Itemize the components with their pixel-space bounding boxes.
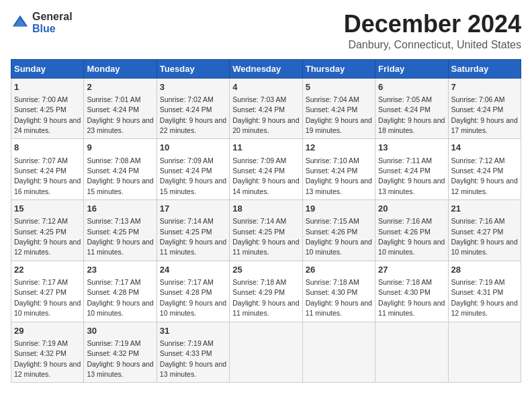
day-info: Sunrise: 7:01 AMSunset: 4:24 PMDaylight:… — [87, 95, 153, 134]
day-info: Sunrise: 7:15 AMSunset: 4:26 PMDaylight:… — [306, 217, 372, 256]
day-number: 21 — [451, 203, 518, 215]
day-info: Sunrise: 7:07 AMSunset: 4:24 PMDaylight:… — [14, 156, 81, 195]
calendar-day-27: 27Sunrise: 7:18 AMSunset: 4:30 PMDayligh… — [375, 261, 448, 322]
day-info: Sunrise: 7:02 AMSunset: 4:24 PMDaylight:… — [160, 95, 226, 134]
day-info: Sunrise: 7:18 AMSunset: 4:30 PMDaylight:… — [378, 278, 445, 317]
day-info: Sunrise: 7:04 AMSunset: 4:24 PMDaylight:… — [306, 95, 372, 134]
day-number: 28 — [451, 264, 518, 276]
empty-cell — [375, 322, 448, 383]
subtitle: Danbury, Connecticut, United States — [344, 39, 521, 51]
calendar-day-15: 15Sunrise: 7:12 AMSunset: 4:25 PMDayligh… — [11, 200, 84, 261]
day-info: Sunrise: 7:11 AMSunset: 4:24 PMDaylight:… — [378, 156, 445, 195]
calendar-day-19: 19Sunrise: 7:15 AMSunset: 4:26 PMDayligh… — [302, 200, 375, 261]
day-number: 2 — [87, 81, 153, 93]
header-tuesday: Tuesday — [157, 59, 229, 78]
empty-cell — [230, 322, 302, 383]
day-number: 5 — [306, 81, 372, 93]
calendar-week-3: 15Sunrise: 7:12 AMSunset: 4:25 PMDayligh… — [11, 200, 521, 261]
header-friday: Friday — [375, 59, 448, 78]
day-info: Sunrise: 7:10 AMSunset: 4:24 PMDaylight:… — [306, 156, 372, 195]
day-info: Sunrise: 7:12 AMSunset: 4:25 PMDaylight:… — [14, 217, 81, 256]
day-number: 8 — [14, 142, 81, 154]
day-number: 17 — [160, 203, 226, 215]
calendar-day-14: 14Sunrise: 7:12 AMSunset: 4:24 PMDayligh… — [448, 139, 521, 200]
day-number: 9 — [87, 142, 153, 154]
calendar-week-4: 22Sunrise: 7:17 AMSunset: 4:27 PMDayligh… — [11, 261, 521, 322]
day-number: 11 — [232, 142, 299, 154]
calendar-day-2: 2Sunrise: 7:01 AMSunset: 4:24 PMDaylight… — [84, 78, 157, 139]
day-info: Sunrise: 7:16 AMSunset: 4:27 PMDaylight:… — [451, 217, 518, 256]
calendar-day-18: 18Sunrise: 7:14 AMSunset: 4:25 PMDayligh… — [230, 200, 302, 261]
calendar-week-5: 29Sunrise: 7:19 AMSunset: 4:32 PMDayligh… — [11, 322, 521, 383]
calendar-day-22: 22Sunrise: 7:17 AMSunset: 4:27 PMDayligh… — [11, 261, 84, 322]
day-info: Sunrise: 7:19 AMSunset: 4:33 PMDaylight:… — [160, 339, 226, 378]
calendar-day-26: 26Sunrise: 7:18 AMSunset: 4:30 PMDayligh… — [302, 261, 375, 322]
calendar-day-31: 31Sunrise: 7:19 AMSunset: 4:33 PMDayligh… — [157, 322, 229, 383]
calendar-day-12: 12Sunrise: 7:10 AMSunset: 4:24 PMDayligh… — [302, 139, 375, 200]
calendar-day-5: 5Sunrise: 7:04 AMSunset: 4:24 PMDaylight… — [302, 78, 375, 139]
calendar-day-25: 25Sunrise: 7:18 AMSunset: 4:29 PMDayligh… — [230, 261, 302, 322]
day-number: 15 — [14, 203, 81, 215]
calendar-day-20: 20Sunrise: 7:16 AMSunset: 4:26 PMDayligh… — [375, 200, 448, 261]
day-info: Sunrise: 7:03 AMSunset: 4:24 PMDaylight:… — [232, 95, 299, 134]
empty-cell — [448, 322, 521, 383]
day-number: 30 — [87, 325, 153, 337]
day-info: Sunrise: 7:18 AMSunset: 4:30 PMDaylight:… — [306, 278, 372, 317]
day-info: Sunrise: 7:14 AMSunset: 4:25 PMDaylight:… — [232, 217, 299, 256]
calendar-day-4: 4Sunrise: 7:03 AMSunset: 4:24 PMDaylight… — [230, 78, 302, 139]
logo-general: General — [32, 11, 73, 23]
calendar-week-1: 1Sunrise: 7:00 AMSunset: 4:25 PMDaylight… — [11, 78, 521, 139]
calendar-day-11: 11Sunrise: 7:09 AMSunset: 4:24 PMDayligh… — [230, 139, 302, 200]
day-info: Sunrise: 7:19 AMSunset: 4:31 PMDaylight:… — [451, 278, 518, 317]
day-number: 19 — [306, 203, 372, 215]
day-number: 4 — [232, 81, 299, 93]
day-info: Sunrise: 7:05 AMSunset: 4:24 PMDaylight:… — [378, 95, 445, 134]
day-number: 3 — [160, 81, 226, 93]
header-monday: Monday — [84, 59, 157, 78]
day-info: Sunrise: 7:18 AMSunset: 4:29 PMDaylight:… — [232, 278, 299, 317]
calendar-day-13: 13Sunrise: 7:11 AMSunset: 4:24 PMDayligh… — [375, 139, 448, 200]
day-number: 20 — [378, 203, 445, 215]
day-info: Sunrise: 7:13 AMSunset: 4:25 PMDaylight:… — [87, 217, 153, 256]
logo-icon — [11, 13, 30, 32]
day-number: 31 — [160, 325, 226, 337]
main-title: December 2024 — [344, 11, 521, 38]
day-info: Sunrise: 7:09 AMSunset: 4:24 PMDaylight:… — [160, 156, 226, 195]
logo-blue: Blue — [32, 23, 73, 35]
header-saturday: Saturday — [448, 59, 521, 78]
page-header: General Blue December 2024 Danbury, Conn… — [11, 11, 521, 51]
day-number: 25 — [232, 264, 299, 276]
calendar-day-8: 8Sunrise: 7:07 AMSunset: 4:24 PMDaylight… — [11, 139, 84, 200]
day-number: 1 — [14, 81, 81, 93]
day-number: 22 — [14, 264, 81, 276]
day-number: 6 — [378, 81, 445, 93]
header-sunday: Sunday — [11, 59, 84, 78]
day-number: 18 — [232, 203, 299, 215]
calendar-day-29: 29Sunrise: 7:19 AMSunset: 4:32 PMDayligh… — [11, 322, 84, 383]
day-number: 29 — [14, 325, 81, 337]
calendar-day-9: 9Sunrise: 7:08 AMSunset: 4:24 PMDaylight… — [84, 139, 157, 200]
day-number: 13 — [378, 142, 445, 154]
title-block: December 2024 Danbury, Connecticut, Unit… — [344, 11, 521, 51]
calendar-day-10: 10Sunrise: 7:09 AMSunset: 4:24 PMDayligh… — [157, 139, 229, 200]
day-number: 27 — [378, 264, 445, 276]
calendar-table: SundayMondayTuesdayWednesdayThursdayFrid… — [11, 59, 521, 383]
day-info: Sunrise: 7:17 AMSunset: 4:28 PMDaylight:… — [87, 278, 153, 317]
day-info: Sunrise: 7:19 AMSunset: 4:32 PMDaylight:… — [14, 339, 81, 378]
header-wednesday: Wednesday — [230, 59, 302, 78]
day-info: Sunrise: 7:19 AMSunset: 4:32 PMDaylight:… — [87, 339, 153, 378]
logo-text: General Blue — [32, 11, 73, 34]
calendar-day-6: 6Sunrise: 7:05 AMSunset: 4:24 PMDaylight… — [375, 78, 448, 139]
day-number: 12 — [306, 142, 372, 154]
calendar-week-2: 8Sunrise: 7:07 AMSunset: 4:24 PMDaylight… — [11, 139, 521, 200]
logo: General Blue — [11, 11, 73, 34]
day-info: Sunrise: 7:12 AMSunset: 4:24 PMDaylight:… — [451, 156, 518, 195]
day-info: Sunrise: 7:17 AMSunset: 4:28 PMDaylight:… — [160, 278, 226, 317]
day-info: Sunrise: 7:16 AMSunset: 4:26 PMDaylight:… — [378, 217, 445, 256]
day-number: 10 — [160, 142, 226, 154]
calendar-day-23: 23Sunrise: 7:17 AMSunset: 4:28 PMDayligh… — [84, 261, 157, 322]
day-info: Sunrise: 7:14 AMSunset: 4:25 PMDaylight:… — [160, 217, 226, 256]
day-number: 16 — [87, 203, 153, 215]
day-number: 7 — [451, 81, 518, 93]
calendar-day-1: 1Sunrise: 7:00 AMSunset: 4:25 PMDaylight… — [11, 78, 84, 139]
